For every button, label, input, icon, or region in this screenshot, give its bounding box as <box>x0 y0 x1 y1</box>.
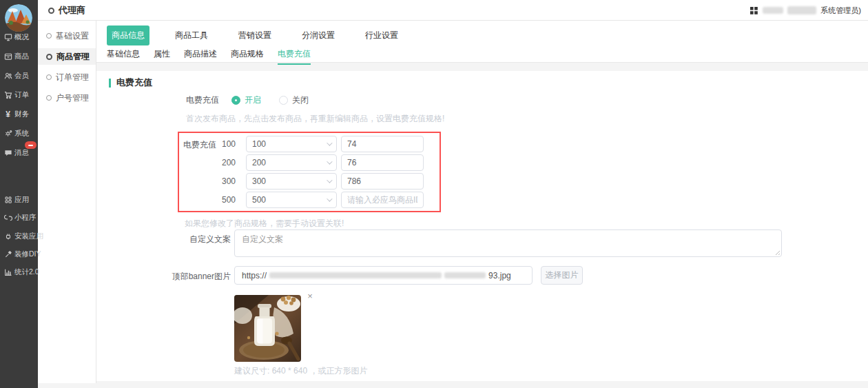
monitor-icon <box>3 33 12 42</box>
amount-label: 300 <box>207 176 236 186</box>
sidebar-item-goods-management[interactable]: 商品管理 <box>38 48 96 65</box>
redacted-username <box>763 7 783 14</box>
recharge-row: 200 200 <box>179 154 440 171</box>
url-prefix: https:// <box>242 271 267 280</box>
cart-icon <box>3 91 12 100</box>
main-tabs: 商品信息 商品工具 营销设置 分润设置 行业设置 <box>107 25 403 45</box>
sidebar-item-orders[interactable]: 订单 <box>0 88 38 102</box>
sidebar-item-finance[interactable]: ¥ 财务 <box>0 108 38 121</box>
banner-image-thumbnail <box>234 295 301 362</box>
sidebar-item-install-app[interactable]: 安装应用 <box>0 229 38 243</box>
message-count-badge <box>25 141 37 149</box>
radio-on-label[interactable]: 开启 <box>245 94 261 106</box>
spec-select[interactable]: 300 <box>246 173 337 190</box>
sidebar-item-basic-settings[interactable]: 基础设置 <box>38 28 96 44</box>
sidebar-item-label: 概况 <box>14 32 29 42</box>
miniprogram-icon <box>3 214 12 223</box>
recharge-row: 100 100 <box>179 136 440 152</box>
plug-icon <box>3 232 12 241</box>
avatar[interactable] <box>5 4 32 32</box>
subtab-electricity-recharge[interactable]: 电费充值 <box>278 48 311 65</box>
sidebar-item-overview[interactable]: 概况 <box>0 30 38 44</box>
bar-chart-icon <box>3 268 12 277</box>
publish-hint: 首次发布商品，先点击发布商品，再重新编辑商品，设置电费充值规格! <box>186 113 444 125</box>
circle-icon <box>46 54 52 60</box>
sidebar-item-stats[interactable]: 统计2.0 <box>0 265 38 279</box>
banner-label: 顶部banner图片 <box>152 271 231 283</box>
sidebar-item-label: 商品 <box>14 52 29 61</box>
amount-label: 500 <box>207 195 236 205</box>
user-bar: 系统管理员) <box>750 0 861 21</box>
sidebar-item-goods[interactable]: 商品 <box>0 50 38 63</box>
sidebar-item-diy[interactable]: 装修DIY <box>0 247 38 261</box>
subtab-goods-spec[interactable]: 商品规格 <box>231 48 264 65</box>
sidebar-item-label: 系统 <box>14 129 29 139</box>
users-icon <box>3 72 12 81</box>
redacted-url-tail <box>444 272 486 278</box>
sidebar-item-label: 装修DIY <box>14 249 41 259</box>
chevron-down-icon <box>327 196 332 201</box>
spec-select[interactable]: 500 <box>246 192 337 208</box>
main-sidebar: 概况 商品 会员 订单 ¥ 财务 系统 消息 应用 <box>0 0 38 388</box>
tab-marketing-settings[interactable]: 营销设置 <box>234 25 276 45</box>
subtab-basic-info[interactable]: 基础信息 <box>107 48 140 65</box>
submenu-item-label: 户号管理 <box>56 92 89 104</box>
sidebar-item-label: 财务 <box>14 110 29 119</box>
apps-icon <box>3 196 12 205</box>
circle-icon <box>46 74 52 80</box>
amount-label: 100 <box>207 139 236 149</box>
tab-goods-info[interactable]: 商品信息 <box>107 25 149 45</box>
subtab-goods-description[interactable]: 商品描述 <box>184 48 217 65</box>
submenu-item-label: 商品管理 <box>56 51 90 63</box>
user-role-text: 系统管理员) <box>820 6 861 16</box>
product-id-input[interactable] <box>341 136 424 152</box>
radio-off[interactable] <box>279 96 288 105</box>
subtab-attributes[interactable]: 属性 <box>154 48 170 65</box>
spec-select[interactable]: 200 <box>246 154 337 171</box>
radio-off-label[interactable]: 关闭 <box>292 94 309 106</box>
sidebar-item-apps[interactable]: 应用 <box>0 193 38 207</box>
spec-hint: 如果您修改了商品规格，需要手动设置关联! <box>185 218 344 229</box>
tab-industry-settings[interactable]: 行业设置 <box>360 25 403 45</box>
url-suffix: 93.jpg <box>488 271 511 280</box>
recharge-row: 300 300 <box>179 173 440 190</box>
custom-text-textarea[interactable]: 自定义文案 <box>234 229 782 257</box>
choose-image-button[interactable]: 选择图片 <box>541 266 583 285</box>
recharge-switch-row: 电费充值 开启 关闭 <box>186 94 309 106</box>
tab-goods-tools[interactable]: 商品工具 <box>170 25 213 45</box>
product-id-input[interactable] <box>341 192 424 208</box>
sidebar-item-label: 小程序 <box>14 213 37 223</box>
amount-label: 200 <box>207 158 236 167</box>
submenu-item-label: 订单管理 <box>56 72 89 83</box>
sub-tabs: 基础信息 属性 商品描述 商品规格 电费充值 <box>107 48 311 65</box>
radio-on[interactable] <box>231 96 240 105</box>
recharge-row: 500 500 <box>179 192 440 208</box>
recharge-spec-highlight-box: 电费充值 100 100 200 200 <box>178 132 441 212</box>
section-title: 电费充值 <box>109 76 152 89</box>
grid-menu-icon[interactable] <box>750 6 758 15</box>
sidebar-item-label: 安装应用 <box>14 232 43 241</box>
product-id-input[interactable] <box>341 154 424 171</box>
circle-icon <box>46 95 52 101</box>
app: 概况 商品 会员 订单 ¥ 财务 系统 消息 应用 <box>0 0 868 388</box>
sidebar-item-system[interactable]: 系统 <box>0 127 38 141</box>
submenu-item-label: 基础设置 <box>56 30 89 42</box>
circle-icon <box>48 8 54 14</box>
tab-profit-settings[interactable]: 分润设置 <box>297 25 340 45</box>
gear-icon <box>3 130 12 139</box>
sub-sidebar: 基础设置 商品管理 订单管理 户号管理 <box>38 21 96 383</box>
spec-select[interactable]: 100 <box>246 136 337 152</box>
chevron-down-icon <box>327 159 332 164</box>
sidebar-item-order-management[interactable]: 订单管理 <box>38 69 96 85</box>
sidebar-item-label: 订单 <box>14 90 29 100</box>
box-icon <box>3 52 12 61</box>
sidebar-item-miniprogram[interactable]: 小程序 <box>0 211 38 225</box>
banner-url-input[interactable]: https:// 93.jpg <box>234 266 533 285</box>
sidebar-item-messages[interactable]: 消息 <box>0 146 38 160</box>
sidebar-item-account-management[interactable]: 户号管理 <box>38 90 96 106</box>
sidebar-item-members[interactable]: 会员 <box>0 69 38 83</box>
yen-icon: ¥ <box>3 110 12 119</box>
recharge-switch-label: 电费充值 <box>186 94 219 106</box>
remove-image-icon[interactable]: × <box>305 292 315 301</box>
product-id-input[interactable] <box>341 173 424 190</box>
